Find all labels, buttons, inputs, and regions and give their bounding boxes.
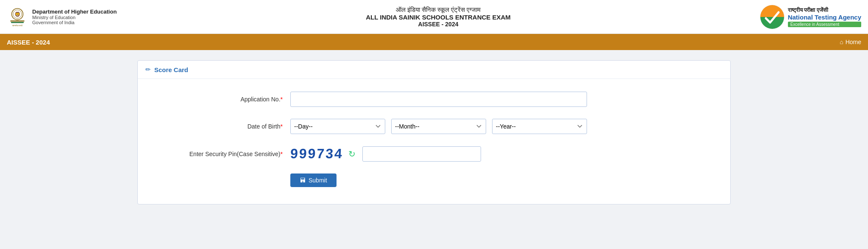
home-link[interactable]: ⌂ Home (840, 39, 861, 45)
security-pin-label: Enter Security Pin(Case Sensitive)* (155, 151, 290, 157)
form-area: Application No.* Date of Birth* --Day-- … (138, 79, 730, 204)
dob-selects: --Day-- --Month-- --Year-- (290, 119, 587, 134)
submit-icon: 🖬 (300, 177, 306, 184)
score-card-panel: ✏ Score Card Application No.* Date of Bi… (137, 60, 731, 204)
header-left: 🦁 सत्यमेव जयते Department of Higher Educ… (7, 6, 117, 28)
score-card-header: ✏ Score Card (138, 61, 730, 79)
required-star-dob: * (281, 123, 283, 130)
hindi-title: ऑल इंडिया सैनिक स्कूल एंट्रेंस एग्जाम (117, 6, 760, 14)
application-no-row: Application No.* (155, 92, 713, 107)
year-title: AISSEE - 2024 (117, 21, 760, 28)
security-pin-input[interactable] (362, 146, 481, 162)
header-center: ऑल इंडिया सैनिक स्कूल एंट्रेंस एग्जाम AL… (117, 6, 760, 28)
security-pin-row: Enter Security Pin(Case Sensitive)* 9997… (155, 146, 713, 162)
dob-label: Date of Birth* (155, 123, 290, 130)
svg-text:🦁: 🦁 (14, 11, 21, 17)
india-emblem-icon: 🦁 सत्यमेव जयते (7, 6, 28, 28)
nta-tagline: Excellence in Assessment (788, 22, 861, 27)
main-content: ✏ Score Card Application No.* Date of Bi… (0, 50, 868, 215)
dept-title: Department of Higher Education (32, 8, 117, 15)
svg-rect-4 (11, 22, 24, 23)
score-card-title: Score Card (154, 66, 188, 73)
eng-title: ALL INDIA SAINIK SCHOOLS ENTRANCE EXAM (117, 14, 760, 21)
department-info: Department of Higher Education Ministry … (32, 8, 117, 25)
nta-hindi: राष्ट्रीय परीक्षा एजेंसी (788, 7, 861, 14)
navbar-brand: AISSEE - 2024 (7, 39, 50, 46)
dept-ministry: Ministry of Education (32, 15, 117, 20)
dept-govt: Government of India (32, 20, 117, 25)
nta-logo-icon (760, 5, 785, 29)
nta-name: National Testing Agency (788, 14, 861, 21)
edit-icon: ✏ (145, 66, 151, 73)
dob-month-select[interactable]: --Month-- (391, 119, 486, 134)
required-star-appno: * (281, 96, 283, 103)
nta-logo: राष्ट्रीय परीक्षा एजेंसी National Testin… (760, 5, 861, 29)
captcha-display: 999734 (290, 146, 344, 162)
home-icon: ⌂ (840, 39, 843, 45)
svg-text:सत्यमेव जयते: सत्यमेव जयते (12, 24, 22, 26)
submit-button[interactable]: 🖬 Submit (290, 173, 337, 187)
security-row-content: 999734 ↻ (290, 146, 481, 162)
dob-row: Date of Birth* --Day-- --Month-- --Year-… (155, 119, 713, 134)
application-no-input[interactable] (290, 92, 587, 107)
application-no-label: Application No.* (155, 96, 290, 103)
dob-year-select[interactable]: --Year-- (492, 119, 587, 134)
submit-label: Submit (309, 177, 327, 184)
header-right: राष्ट्रीय परीक्षा एजेंसी National Testin… (760, 5, 861, 29)
refresh-captcha-icon[interactable]: ↻ (348, 149, 356, 159)
home-label: Home (846, 39, 861, 45)
page-header: 🦁 सत्यमेव जयते Department of Higher Educ… (0, 0, 868, 34)
submit-row: 🖬 Submit (155, 173, 713, 187)
required-star-pin: * (281, 151, 283, 157)
nta-text: राष्ट्रीय परीक्षा एजेंसी National Testin… (788, 7, 861, 27)
svg-rect-3 (10, 20, 24, 22)
dob-day-select[interactable]: --Day-- (290, 119, 385, 134)
navbar: AISSEE - 2024 ⌂ Home (0, 34, 868, 50)
